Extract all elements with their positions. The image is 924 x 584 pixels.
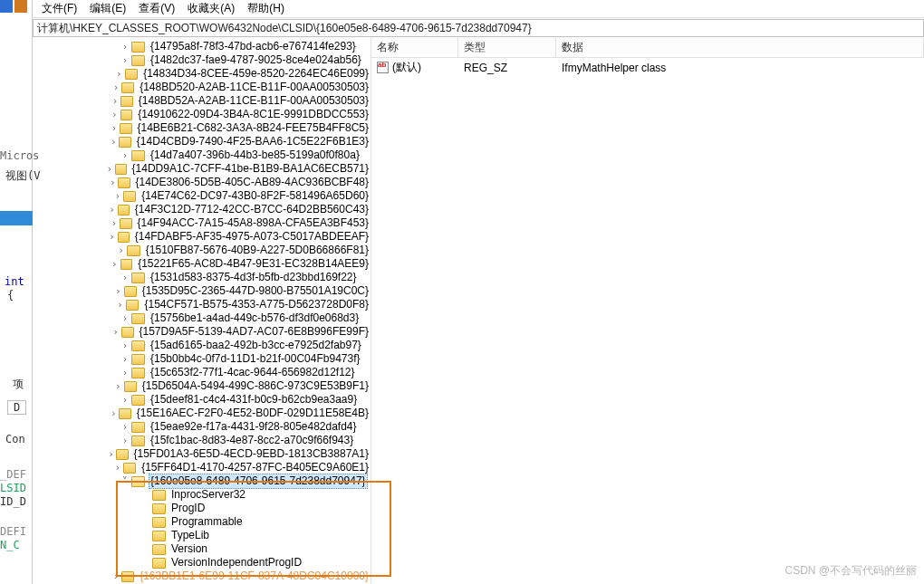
col-data[interactable]: 数据 [556,38,924,57]
tree-node[interactable]: ›{14910622-09D4-3B4A-8C1E-9991DBDCC553} [33,108,371,121]
col-name[interactable]: 名称 [371,38,458,57]
expand-icon[interactable]: › [110,94,120,108]
expand-icon[interactable]: › [113,67,125,81]
blue-toolbar-fragment [0,211,33,225]
tree-node-label: {15fc1bac-8d83-4e87-8cc2-a70c9f66f943} [149,434,355,447]
folder-icon [131,55,145,66]
tree-node-label: {14834D34-8CEE-459e-8520-2264EC46E099} [141,67,371,81]
expand-icon[interactable]: › [111,81,122,94]
tree-node[interactable]: ›{14D4CBD9-7490-4F25-BAA6-1C5E22F6B1E3} [33,135,371,148]
tree-node[interactable]: Version [33,542,371,556]
tree-node[interactable]: ›{1482dc37-fae9-4787-9025-8ce4e024ab56} [33,53,371,67]
expand-icon[interactable]: › [111,189,123,203]
folder-icon [152,517,166,528]
tree-node[interactable]: ˅{160e05e8-6489-4706-9615-7d238dd70947} [33,474,371,488]
expand-icon[interactable]: › [119,339,131,352]
menu-view[interactable]: 查看(V) [133,0,180,17]
expand-icon[interactable]: › [107,203,118,216]
expand-icon[interactable]: › [112,379,124,393]
tree-node[interactable]: ›{1531d583-8375-4d3f-b5fb-d23bbd169f22} [33,271,371,284]
tree-node[interactable]: ›{14DE3806-5D5B-405C-AB89-4AC936BCBF48} [33,176,371,189]
tree-node[interactable]: ›{15756be1-a4ad-449c-b576-df3df0e068d3} [33,311,371,325]
tree-node[interactable]: ›{14F94ACC-7A15-45A8-898A-CFA5EA3BF453} [33,216,371,230]
tree-node[interactable]: ›{14FDABF5-AF35-4975-A073-C5017ABDEEAF} [33,230,371,244]
tree-node[interactable]: ›{15c653f2-77f1-4cac-9644-656982d12f12} [33,366,371,379]
tree-node[interactable]: ›{15b0bb4c-0f7d-11D1-b21f-00C04Fb9473f} [33,352,371,366]
tree-node[interactable]: ›{14E74C62-DC97-43B0-8F2F-581496A65D60} [33,189,371,203]
tree-node[interactable]: ProgID [33,502,371,515]
expand-icon[interactable]: › [110,325,121,339]
tree-node[interactable]: ›{15E16AEC-F2F0-4E52-B0DF-029D11E58E4B} [33,407,371,420]
tree-node[interactable]: ›{15D6504A-5494-499C-886C-973C9E53B9F1} [33,379,371,393]
tree-node[interactable]: ›{14834D34-8CEE-459e-8520-2264EC46E099} [33,67,371,81]
expand-icon[interactable]: › [106,447,117,461]
tree-node[interactable]: ›{1535D95C-2365-447D-9800-B75501A19C0C} [33,284,371,298]
expand-icon[interactable]: › [119,434,131,447]
value-data: IfmyMathHelper class [562,62,919,74]
tree-node[interactable]: ›{15eae92e-f17a-4431-9f28-805e482dafd4} [33,420,371,434]
tree-node[interactable]: InprocServer32 [33,488,371,502]
tree-node[interactable]: ›{157D9A5F-5139-4AD7-AC07-6E8B996FE99F} [33,325,371,339]
tree-node[interactable]: Programmable [33,515,371,529]
expand-icon[interactable]: › [108,407,119,420]
folder-icon [115,164,127,175]
tree-pane[interactable]: ›{14795a8f-78f3-47bd-acb6-e767414fe293}›… [33,38,371,584]
address-bar[interactable]: 计算机\HKEY_CLASSES_ROOT\WOW6432Node\CLSID\… [33,19,924,37]
folder-icon [152,490,166,501]
folder-icon [131,395,145,406]
menu-file[interactable]: 文件(F) [36,0,82,17]
value-row[interactable]: (默认) REG_SZ IfmyMathHelper class [371,58,924,77]
tree-node[interactable]: ›{1510FB87-5676-40B9-A227-5D0B66866F81} [33,244,371,257]
expand-icon[interactable]: › [108,135,119,148]
expand-icon[interactable]: › [109,121,120,135]
expand-icon[interactable]: › [112,284,124,298]
tree-node[interactable]: ›{14F3C12D-7712-42CC-B7CC-64D2BB560C43} [33,203,371,216]
values-header: 名称 类型 数据 [371,38,924,58]
expand-icon[interactable]: › [119,271,131,284]
tree-node[interactable]: ›{15deef81-c4c4-431f-b0c9-b62cb9ea3aa9} [33,393,371,407]
tree-node[interactable]: ›{148BD520-A2AB-11CE-B11F-00AA00530503} [33,81,371,94]
expand-icon[interactable]: › [119,148,131,162]
tree-node[interactable]: ›{163BB1E1-6E99-11CF-837A-48DC04C10000} [33,570,371,583]
tree-node[interactable]: ›{15FD01A3-6E5D-4ECD-9EBD-1813CB3887A1} [33,447,371,461]
expand-icon[interactable]: › [107,230,118,244]
ls-lsid: LSID [0,482,26,494]
expand-icon[interactable]: › [115,244,127,257]
folder-icon [131,436,145,446]
tree-node-label: {14d7a407-396b-44b3-be85-5199a0f0f80a} [149,148,361,162]
expand-icon[interactable]: › [111,461,123,474]
menu-edit[interactable]: 编辑(E) [84,0,131,17]
tree-node[interactable]: ›{15fc1bac-8d83-4e87-8cc2-a70c9f66f943} [33,434,371,447]
expand-icon[interactable]: › [109,257,120,271]
expand-icon[interactable]: › [111,570,122,583]
col-type[interactable]: 类型 [458,38,556,57]
expand-icon[interactable]: › [119,40,131,53]
expand-icon[interactable]: › [119,393,131,407]
menu-help[interactable]: 帮助(H) [242,0,290,17]
expand-icon[interactable]: › [114,298,126,311]
expand-icon[interactable]: › [109,108,120,121]
tree-node[interactable]: ›{14795a8f-78f3-47bd-acb6-e767414fe293} [33,40,371,53]
expand-icon[interactable]: › [109,216,120,230]
expand-icon[interactable]: › [119,352,131,366]
menu-fav[interactable]: 收藏夹(A) [182,0,240,17]
tree-node[interactable]: ›{14d7a407-396b-44b3-be85-5199a0f0f80a} [33,148,371,162]
tree-node[interactable]: VersionIndependentProgID [33,556,371,570]
expand-icon[interactable]: › [119,311,131,325]
tree-node[interactable]: TypeLib [33,529,371,542]
tree-node-label: {163BB1E1-6E99-11CF-837A-48DC04C10000} [138,570,371,583]
tree-node[interactable]: ›{148BD52A-A2AB-11CE-B11F-00AA00530503} [33,94,371,108]
tree-node[interactable]: ›{15221F65-AC8D-4B47-9E31-EC328B14AEE9} [33,257,371,271]
expand-icon[interactable]: › [104,162,115,176]
tree-node[interactable]: ›{15ad6165-baa2-492b-b3cc-e7925d2fab97} [33,339,371,352]
expand-icon[interactable]: › [119,420,131,434]
tree-node[interactable]: ›{14BE6B21-C682-3A3A-8B24-FEE75B4FF8C5} [33,121,371,135]
collapse-icon[interactable]: ˅ [119,474,131,488]
expand-icon[interactable]: › [119,366,131,379]
tree-node[interactable]: ›{154CF571-B575-4353-A775-D5623728D0F8} [33,298,371,311]
folder-icon [118,232,130,243]
tree-node[interactable]: ›{15FF64D1-4170-4257-87FC-B405EC9A60E1} [33,461,371,474]
expand-icon[interactable]: › [107,176,118,189]
tree-node[interactable]: ›{14DD9A1C-7CFF-41be-B1B9-BA1AC6ECB571} [33,162,371,176]
expand-icon[interactable]: › [119,53,131,67]
